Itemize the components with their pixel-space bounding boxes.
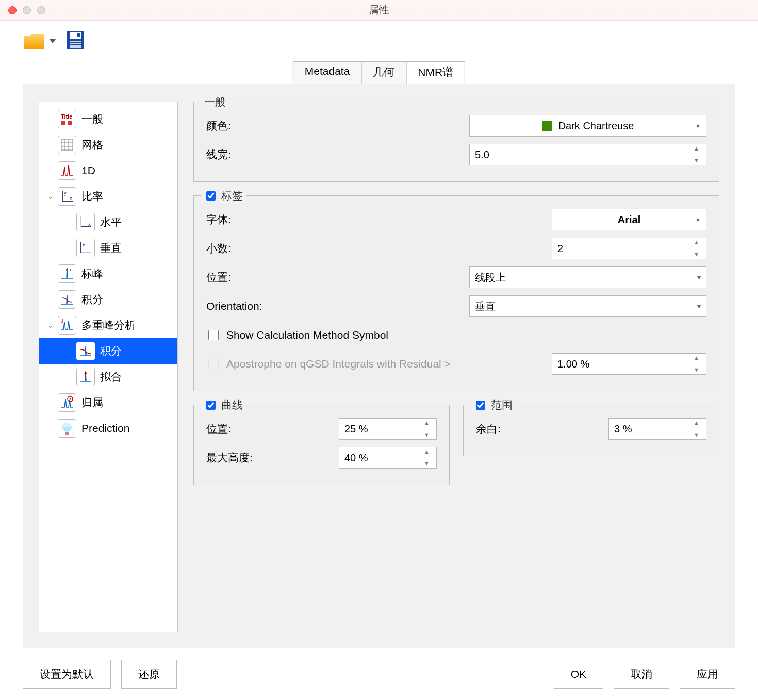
- grid-icon: [58, 136, 76, 154]
- linewidth-value: 5.0: [475, 149, 489, 161]
- tree-node-ratio[interactable]: ⌄ yx 比率: [39, 184, 177, 209]
- tree-node-1d[interactable]: 1D: [39, 158, 177, 184]
- cancel-button[interactable]: 取消: [614, 660, 669, 689]
- orientation-select[interactable]: 垂直 ▾: [469, 295, 706, 317]
- svg-point-32: [70, 398, 71, 400]
- show-calc-checkbox[interactable]: [208, 330, 219, 340]
- curve-enable-checkbox[interactable]: [206, 401, 216, 410]
- chevron-down-icon: ▾: [697, 273, 701, 281]
- revert-button[interactable]: 还原: [121, 660, 177, 689]
- tree-label: 垂直: [100, 241, 122, 255]
- tree-node-vertical[interactable]: y 垂直: [39, 235, 177, 261]
- integral-icon: [76, 342, 95, 360]
- spin-buttons[interactable]: ▲▼: [694, 146, 704, 163]
- apply-button[interactable]: 应用: [680, 660, 735, 689]
- orientation-value: 垂直: [475, 299, 496, 313]
- set-default-button[interactable]: 设置为默认: [23, 660, 111, 689]
- window-controls: [8, 6, 45, 14]
- svg-marker-30: [84, 371, 87, 374]
- show-calc-checkbox-row[interactable]: Show Calculation Method Symbol: [206, 328, 388, 342]
- group-labels: 标签 字体: Arial ▾ 小数: 2 ▲▼: [193, 195, 719, 391]
- minimize-window-icon: [23, 6, 31, 14]
- integral-icon: [58, 290, 76, 309]
- apostrophe-checkbox: [208, 359, 219, 369]
- axis-y-icon: y: [76, 239, 95, 257]
- tree-label: Prediction: [81, 422, 129, 435]
- svg-rect-7: [61, 121, 65, 125]
- curve-position-value: 25 %: [344, 423, 368, 435]
- font-label: 字体:: [206, 212, 231, 227]
- apostrophe-stepper[interactable]: 1.00 % ▲▼: [552, 353, 706, 375]
- linewidth-stepper[interactable]: 5.0 ▲▼: [469, 144, 706, 165]
- curve-maxheight-value: 40 %: [344, 452, 368, 464]
- spin-buttons[interactable]: ▲▼: [424, 420, 434, 438]
- tab-nmr[interactable]: NMR谱: [406, 61, 465, 84]
- multiplet-icon: J: [58, 316, 76, 335]
- tree-node-prediction[interactable]: Prediction: [39, 415, 177, 441]
- main-panel: Title 一般 网格 1D ⌄ yx 比率: [23, 84, 735, 648]
- floppy-disk-icon: [65, 30, 86, 51]
- tree-label: 比率: [81, 189, 103, 204]
- svg-rect-8: [68, 121, 72, 125]
- curve-position-stepper[interactable]: 25 % ▲▼: [339, 418, 437, 440]
- title-icon: Title: [58, 110, 76, 128]
- tree-label: 1D: [81, 164, 95, 177]
- fitting-icon: [76, 368, 95, 386]
- position-select[interactable]: 线段上 ▾: [469, 266, 706, 288]
- spin-buttons[interactable]: ▲▼: [694, 240, 704, 257]
- svg-text:x: x: [88, 221, 91, 227]
- close-window-icon[interactable]: [8, 6, 17, 14]
- linewidth-label: 线宽:: [206, 147, 231, 162]
- decimals-label: 小数:: [206, 241, 231, 256]
- tree-label: 水平: [100, 215, 122, 229]
- group-title: 一般: [204, 95, 226, 109]
- tree-label: 标峰: [81, 266, 103, 281]
- dialog-footer: 设置为默认 还原 OK 取消 应用: [0, 648, 758, 700]
- apostrophe-checkbox-row: Apostrophe on qGSD Integrals with Residu…: [206, 357, 451, 371]
- toolbar: [0, 21, 758, 62]
- tree-node-multiplets[interactable]: ⌄ J 多重峰分析: [39, 312, 177, 338]
- tree-node-general[interactable]: Title 一般: [39, 106, 177, 132]
- color-select[interactable]: Dark Chartreuse ▾: [469, 115, 706, 137]
- axis-x-icon: x: [76, 213, 95, 231]
- chevron-down-icon[interactable]: ⌄: [43, 321, 58, 329]
- spin-buttons[interactable]: ▲▼: [694, 420, 704, 438]
- tree-label: 一般: [81, 112, 103, 126]
- position-label: 位置:: [206, 270, 231, 285]
- tree-node-integrals[interactable]: 积分: [39, 287, 177, 312]
- range-margin-stepper[interactable]: 3 % ▲▼: [608, 418, 706, 440]
- save-button[interactable]: [65, 30, 86, 53]
- tab-geometry[interactable]: 几何: [361, 61, 406, 84]
- tree-label: 积分: [100, 344, 122, 358]
- spin-buttons[interactable]: ▲▼: [694, 355, 704, 373]
- tree-node-horizontal[interactable]: x 水平: [39, 209, 177, 235]
- curve-maxheight-stepper[interactable]: 40 % ▲▼: [339, 447, 437, 469]
- axes-xy-icon: yx: [58, 187, 76, 206]
- open-button[interactable]: [24, 34, 56, 49]
- font-value: Arial: [618, 214, 640, 226]
- group-title: 标签: [221, 189, 243, 203]
- curve-position-label: 位置:: [206, 422, 231, 436]
- tree-label: 积分: [81, 292, 103, 307]
- chevron-down-icon[interactable]: ⌄: [43, 192, 58, 201]
- tree-node-fitting[interactable]: 拟合: [39, 364, 177, 390]
- spin-buttons[interactable]: ▲▼: [424, 449, 434, 466]
- orientation-label: Orientation:: [206, 300, 262, 312]
- font-select[interactable]: Arial ▾: [552, 209, 706, 230]
- svg-rect-3: [70, 42, 81, 43]
- tab-metadata[interactable]: Metadata: [293, 61, 362, 84]
- ok-button[interactable]: OK: [554, 660, 603, 689]
- decimals-stepper[interactable]: 2 ▲▼: [552, 238, 706, 259]
- tree-label: 网格: [81, 138, 103, 152]
- tree-node-multiplet-integrals[interactable]: 积分: [39, 338, 177, 364]
- category-tree[interactable]: Title 一般 网格 1D ⌄ yx 比率: [39, 102, 178, 632]
- tree-node-grid[interactable]: 网格: [39, 132, 177, 158]
- tree-node-peaks[interactable]: 1.0 标峰: [39, 261, 177, 287]
- spectrum-1d-icon: [58, 161, 76, 180]
- svg-text:y: y: [83, 242, 85, 247]
- curve-maxheight-label: 最大高度:: [206, 451, 253, 465]
- range-enable-checkbox[interactable]: [476, 401, 485, 410]
- tree-node-assignment[interactable]: 归属: [39, 390, 177, 415]
- folder-open-icon: [24, 34, 44, 49]
- labels-enable-checkbox[interactable]: [206, 191, 216, 201]
